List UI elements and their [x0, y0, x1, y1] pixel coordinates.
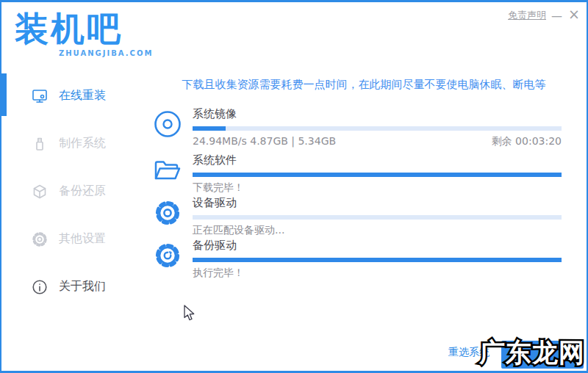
progress-bar	[193, 258, 562, 262]
progress-bar	[193, 215, 562, 220]
box-icon	[31, 183, 49, 200]
sidebar-item-label: 在线重装	[59, 88, 106, 104]
sidebar-item-label: 备份还原	[59, 184, 106, 199]
task-row-backup-drivers: 备份驱动 执行完毕！	[152, 239, 562, 280]
gear-icon	[31, 231, 49, 248]
sidebar-item-label: 其他设置	[59, 231, 106, 247]
task-row-system-software: 系统软件 下载完毕！	[152, 153, 562, 195]
time-remaining: 剩余 00:03:20	[492, 135, 562, 148]
sidebar-item-about-us[interactable]: 关于我们	[1, 263, 141, 311]
sidebar-item-online-reinstall[interactable]: 在线重装	[1, 72, 141, 120]
task-status: 下载完毕！	[193, 181, 244, 195]
progress-fill	[193, 126, 226, 131]
gear-sync-icon	[152, 240, 183, 271]
sidebar-item-make-system[interactable]: 制作系统	[1, 120, 141, 167]
folder-icon	[152, 155, 183, 186]
reselect-system-button[interactable]: 重选系统	[448, 346, 490, 359]
mouse-cursor	[182, 304, 195, 325]
download-notice: 下载且收集资源需要耗费一点时间，在此期间尽量不要使电脑休眠、断电等	[141, 78, 587, 92]
gear-icon	[152, 198, 183, 228]
progress-fill	[193, 173, 562, 177]
app-logo-domain: ZHUANGJIBA.COM	[59, 49, 153, 57]
disclaimer-link[interactable]: 免责声明	[508, 9, 546, 22]
task-title: 设备驱动	[193, 196, 562, 210]
progress-bar	[193, 173, 562, 177]
install-button[interactable]	[501, 341, 584, 369]
task-status: 24.94MB/s 4.87GB | 5.34GB	[193, 135, 336, 148]
progress-bar	[193, 126, 562, 131]
sidebar-item-label: 关于我们	[59, 279, 106, 294]
task-status: 正在匹配设备驱动...	[193, 224, 284, 237]
app-window: 装机吧 ZHUANGJIBA.COM 免责声明 — × 在线重装	[0, 0, 588, 373]
sidebar: 在线重装 制作系统 备份还原	[1, 72, 141, 311]
sidebar-item-backup-restore[interactable]: 备份还原	[1, 167, 141, 215]
app-logo: 装机吧	[15, 7, 123, 52]
task-status: 执行完毕！	[193, 267, 244, 280]
info-icon	[31, 278, 49, 296]
task-title: 备份驱动	[193, 239, 562, 253]
monitor-icon	[31, 87, 49, 105]
sidebar-item-other-settings[interactable]: 其他设置	[1, 215, 141, 263]
progress-fill	[193, 258, 562, 262]
sidebar-item-label: 制作系统	[59, 136, 106, 151]
minimize-button[interactable]: —	[551, 11, 562, 22]
disc-icon	[152, 109, 183, 140]
task-row-device-drivers: 设备驱动 正在匹配设备驱动...	[152, 196, 562, 237]
task-title: 系统软件	[193, 153, 562, 167]
task-title: 系统镜像	[193, 107, 562, 121]
task-row-system-image: 系统镜像 24.94MB/s 4.87GB | 5.34GB 剩余 00:03:…	[152, 107, 562, 148]
usb-icon	[31, 135, 49, 153]
close-button[interactable]: ×	[568, 7, 580, 21]
